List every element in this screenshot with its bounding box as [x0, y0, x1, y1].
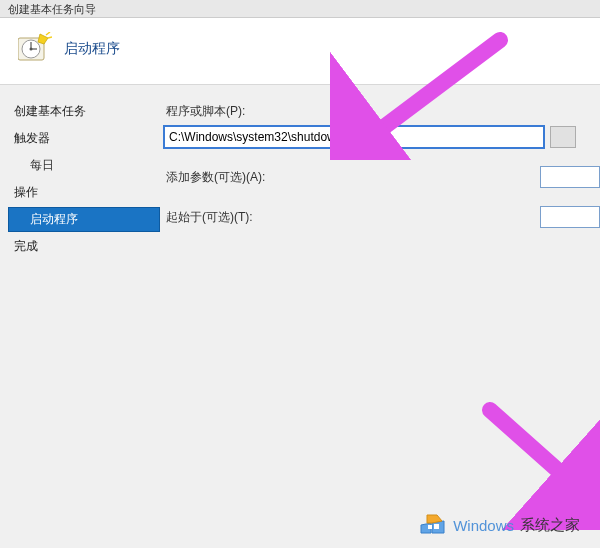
sidebar-heading-trigger[interactable]: 触发器 [8, 126, 160, 151]
svg-line-7 [48, 37, 52, 38]
program-label: 程序或脚本(P): [164, 103, 319, 120]
watermark-brand: Windows [453, 517, 514, 534]
sidebar-item-start-program[interactable]: 启动程序 [8, 207, 160, 232]
program-row: 程序或脚本(P): [164, 103, 600, 148]
args-input[interactable] [540, 166, 600, 188]
startin-input[interactable] [540, 206, 600, 228]
wizard-content: 创建基本任务 触发器 每日 操作 启动程序 完成 程序或脚本(P): 添加参数(… [0, 84, 600, 544]
header-title: 启动程序 [64, 40, 120, 58]
sidebar-heading-finish[interactable]: 完成 [8, 234, 160, 259]
svg-rect-16 [434, 524, 439, 529]
program-input[interactable] [164, 126, 544, 148]
wizard-sidebar: 创建基本任务 触发器 每日 操作 启动程序 完成 [0, 85, 160, 544]
startin-row: 起始于(可选)(T): [164, 206, 600, 228]
browse-button[interactable] [550, 126, 576, 148]
svg-marker-14 [427, 515, 442, 523]
svg-rect-15 [428, 525, 432, 529]
startin-label: 起始于(可选)(T): [164, 209, 319, 226]
wizard-main: 程序或脚本(P): 添加参数(可选)(A): 起始于(可选)(T): [160, 85, 600, 544]
sidebar-heading-task[interactable]: 创建基本任务 [8, 99, 160, 124]
wizard-header: 启动程序 [0, 18, 600, 84]
wizard-window: 创建基本任务向导 启动程序 创建基本任务 触发器 每日 操作 启动程序 完成 [0, 0, 600, 548]
sidebar-heading-action[interactable]: 操作 [8, 180, 160, 205]
svg-line-6 [46, 32, 50, 35]
args-label: 添加参数(可选)(A): [164, 169, 319, 186]
start-program-icon [18, 32, 52, 66]
watermark: Windows 系统之家 [417, 509, 580, 542]
args-row: 添加参数(可选)(A): [164, 166, 600, 188]
sidebar-item-daily[interactable]: 每日 [8, 153, 160, 178]
windows-logo-icon [417, 509, 447, 542]
watermark-suffix: 系统之家 [520, 516, 580, 535]
window-title: 创建基本任务向导 [8, 3, 96, 15]
window-titlebar: 创建基本任务向导 [0, 0, 600, 18]
